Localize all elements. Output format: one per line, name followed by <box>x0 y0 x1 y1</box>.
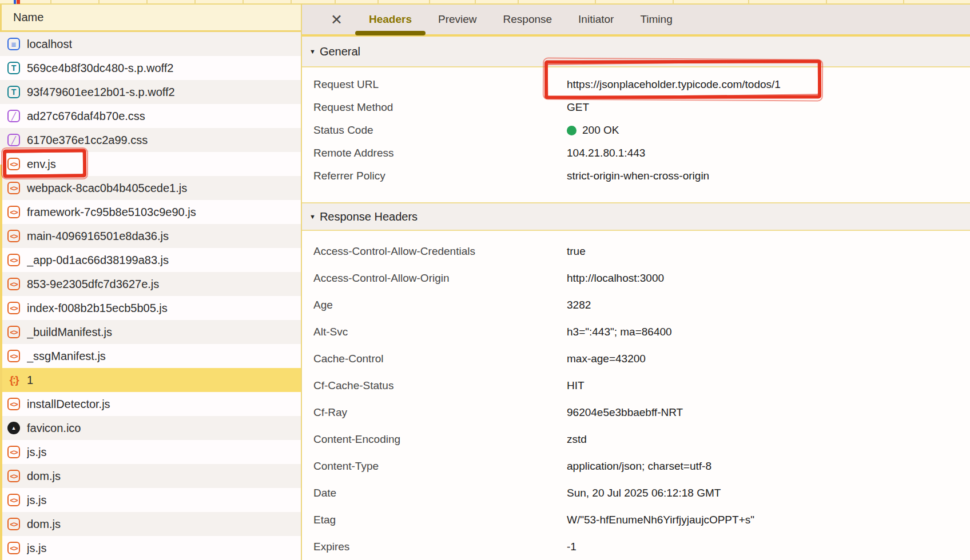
toolbar-tick <box>429 0 430 4</box>
request-row[interactable]: <>_buildManifest.js <box>0 320 301 344</box>
request-row[interactable]: ≡localhost <box>0 32 301 56</box>
header-name: Age <box>313 299 567 311</box>
header-value: true <box>567 245 586 258</box>
section-rows: Access-Control-Allow-CredentialstrueAcce… <box>302 231 970 560</box>
toolbar-tick <box>98 0 100 4</box>
header-row: Referrer Policystrict-origin-when-cross-… <box>302 165 970 187</box>
header-row: Age3282 <box>302 291 970 318</box>
devtools-network-panel: Name ≡localhostT569ce4b8f30dc480-s.p.wof… <box>0 5 970 560</box>
request-name: 1 <box>27 374 33 387</box>
request-name: _app-0d1ac66d38199a83.js <box>27 254 169 267</box>
request-name: dom.js <box>27 518 61 531</box>
request-row[interactable]: <>js.js <box>0 488 301 512</box>
script-file-icon: <> <box>7 350 20 362</box>
header-row: Remote Address104.21.80.1:443 <box>302 142 970 165</box>
header-name: Date <box>313 487 567 499</box>
request-row-selected[interactable]: {:}1 <box>0 368 301 392</box>
script-file-icon: <> <box>7 302 20 314</box>
request-row[interactable]: ╱ad27c676daf4b70e.css <box>0 104 301 128</box>
tab-timing[interactable]: Timing <box>640 5 672 34</box>
detail-sections: ▼GeneralRequest URLhttps://jsonplacehold… <box>302 37 970 560</box>
script-file-icon: <> <box>7 182 20 194</box>
toolbar-tick <box>194 0 196 4</box>
toolbar-tick <box>826 0 827 4</box>
script-file-icon: <> <box>7 494 20 506</box>
request-row[interactable]: <>_app-0d1ac66d38199a83.js <box>0 248 301 272</box>
request-name: 6170e376e1cc2a99.css <box>27 134 148 147</box>
toolbar-tick <box>748 0 749 4</box>
section-header-response-headers[interactable]: ▼Response Headers <box>302 202 970 231</box>
request-row[interactable]: <>js.js <box>0 536 301 560</box>
section-title: Response Headers <box>320 210 418 223</box>
request-row[interactable]: <>main-4096916501e8da36.js <box>0 224 301 248</box>
header-name: Alt-Svc <box>313 326 567 338</box>
request-row[interactable]: <>webpack-8cac0b4b405cede1.js <box>0 176 301 200</box>
header-name: Cache-Control <box>313 353 567 365</box>
request-row[interactable]: <>installDetector.js <box>0 392 301 416</box>
header-row: Content-Typeapplication/json; charset=ut… <box>302 453 970 479</box>
header-name: Cf-Ray <box>313 406 567 419</box>
script-file-icon: <> <box>7 326 20 338</box>
request-row[interactable]: <>853-9e2305dfc7d3627e.js <box>0 272 301 296</box>
request-row[interactable]: <>_ssgManifest.js <box>0 344 301 368</box>
request-row[interactable]: T569ce4b8f30dc480-s.p.woff2 <box>0 56 301 80</box>
header-name: Content-Encoding <box>313 433 567 446</box>
request-name: favicon.ico <box>27 422 81 435</box>
header-row: Access-Control-Allow-Originhttp://localh… <box>302 265 970 291</box>
request-row[interactable]: T93f479601ee12b01-s.p.woff2 <box>0 80 301 104</box>
request-name: localhost <box>27 38 72 51</box>
stylesheet-file-icon: ╱ <box>7 134 20 146</box>
request-name: 93f479601ee12b01-s.p.woff2 <box>27 86 175 99</box>
toolbar-color-mark <box>17 0 20 4</box>
header-name: Expires <box>313 541 567 553</box>
header-row: DateSun, 20 Jul 2025 06:12:18 GMT <box>302 479 970 506</box>
toolbar-color-mark <box>14 0 16 4</box>
section-header-general[interactable]: ▼General <box>302 37 970 67</box>
toolbar-tick <box>595 0 596 4</box>
request-name: index-f008b2b15ecb5b05.js <box>27 302 168 315</box>
request-row[interactable]: <>index-f008b2b15ecb5b05.js <box>0 296 301 320</box>
request-row[interactable]: <>dom.js <box>0 512 301 536</box>
tab-headers[interactable]: Headers <box>369 5 412 34</box>
cropped-toolbar-strip <box>0 0 970 5</box>
header-name: Access-Control-Allow-Credentials <box>313 245 567 258</box>
toolbar-tick <box>291 0 292 4</box>
request-name: _ssgManifest.js <box>27 350 106 363</box>
favicon-file-icon: ▲ <box>7 422 20 434</box>
close-icon[interactable]: ✕ <box>331 13 343 27</box>
header-value: Sun, 20 Jul 2025 06:12:18 GMT <box>567 487 721 499</box>
request-name: dom.js <box>27 470 61 483</box>
tab-response[interactable]: Response <box>503 5 552 34</box>
request-row[interactable]: <>framework-7c95b8e5103c9e90.js <box>0 200 301 224</box>
header-value: http://localhost:3000 <box>567 272 664 285</box>
request-row[interactable]: <>dom.js <box>0 464 301 488</box>
request-row[interactable]: ╱6170e376e1cc2a99.css <box>0 128 301 152</box>
header-value: strict-origin-when-cross-origin <box>567 170 709 182</box>
name-column-label: Name <box>13 11 43 24</box>
request-name: js.js <box>27 542 46 555</box>
header-row: Cf-Ray96204e5e3bbaebff-NRT <box>302 399 970 426</box>
request-row[interactable]: <>env.js <box>0 152 301 176</box>
request-row[interactable]: <>js.js <box>0 440 301 464</box>
tab-initiator[interactable]: Initiator <box>578 5 614 34</box>
json-file-icon: {:} <box>7 374 20 386</box>
request-name: main-4096916501e8da36.js <box>27 230 169 243</box>
request-name: ad27c676daf4b70e.css <box>27 110 145 123</box>
header-name: Status Code <box>313 124 567 137</box>
script-file-icon: <> <box>7 278 20 290</box>
name-column-header[interactable]: Name <box>0 5 301 32</box>
header-name: Cf-Cache-Status <box>313 379 567 392</box>
script-file-icon: <> <box>7 254 20 266</box>
tab-preview[interactable]: Preview <box>438 5 477 34</box>
script-file-icon: <> <box>7 158 20 170</box>
request-name: js.js <box>27 446 46 459</box>
script-file-icon: <> <box>7 230 20 242</box>
header-row: Content-Encodingzstd <box>302 426 970 453</box>
request-name: 569ce4b8f30dc480-s.p.woff2 <box>27 62 174 75</box>
request-rows: ≡localhostT569ce4b8f30dc480-s.p.woff2T93… <box>0 32 301 560</box>
request-row[interactable]: ▲favicon.ico <box>0 416 301 440</box>
request-detail-pane: ✕ HeadersPreviewResponseInitiatorTiming … <box>301 5 970 560</box>
section-rows: Request URLhttps://jsonplaceholder.typic… <box>302 67 970 202</box>
toolbar-tick <box>518 0 519 4</box>
header-value: -1 <box>567 541 577 553</box>
